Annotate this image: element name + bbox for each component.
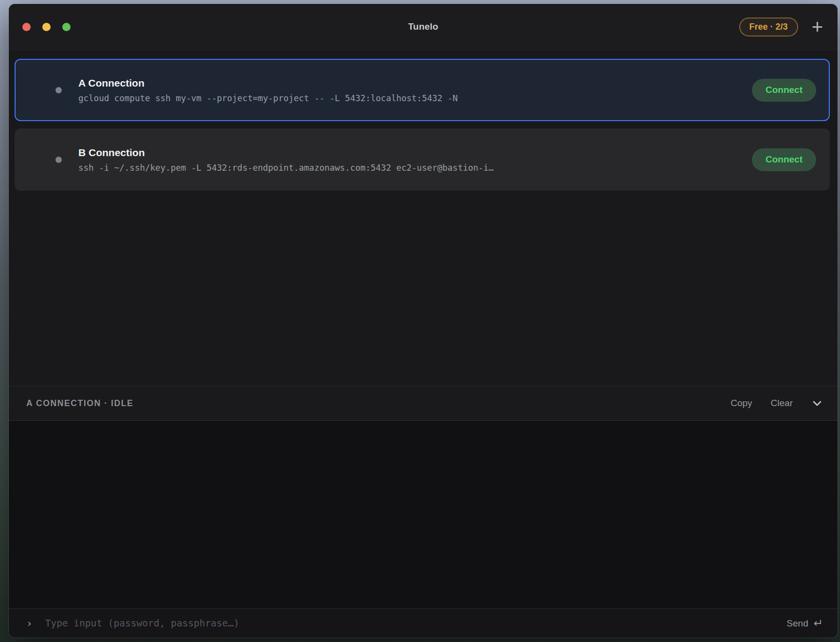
prompt-icon: ›	[26, 618, 33, 629]
titlebar: Tunelo Free · 2/3 +	[9, 4, 838, 50]
status-dot-icon	[55, 157, 62, 163]
status-dot-icon	[55, 87, 62, 93]
return-key-icon: ↵	[814, 618, 823, 629]
log-panel-header: A CONNECTION · IDLE Copy Clear	[9, 386, 838, 421]
zoom-button[interactable]	[62, 23, 71, 31]
connection-name: B Connection	[78, 147, 737, 159]
send-button-label: Send	[786, 618, 808, 629]
list-empty-space	[9, 198, 838, 386]
connection-info: A Connection gcloud compute ssh my-vm --…	[78, 77, 737, 103]
connection-name: A Connection	[78, 77, 737, 89]
plan-badge[interactable]: Free · 2/3	[739, 18, 798, 36]
send-button[interactable]: Send ↵	[786, 618, 823, 629]
connect-button[interactable]: Connect	[752, 79, 816, 102]
close-button[interactable]	[22, 23, 31, 31]
input-bar: › Send ↵	[9, 608, 838, 638]
traffic-lights	[22, 23, 71, 31]
connection-card-b[interactable]: B Connection ssh -i ~/.ssh/key.pem -L 54…	[15, 128, 830, 191]
clear-button[interactable]: Clear	[771, 398, 793, 409]
connection-list: A Connection gcloud compute ssh my-vm --…	[9, 50, 838, 198]
log-output-area[interactable]	[9, 421, 838, 608]
minimize-button[interactable]	[42, 23, 51, 31]
app-window: Tunelo Free · 2/3 + A Connection gcloud …	[9, 4, 838, 638]
app-title: Tunelo	[408, 21, 438, 32]
connection-card-a[interactable]: A Connection gcloud compute ssh my-vm --…	[15, 59, 830, 121]
log-panel-actions: Copy Clear	[730, 397, 823, 409]
add-connection-icon[interactable]: +	[811, 19, 824, 35]
copy-button[interactable]: Copy	[730, 398, 752, 409]
connection-command: gcloud compute ssh my-vm --project=my-pr…	[78, 93, 737, 103]
log-panel-title: A CONNECTION · IDLE	[26, 398, 133, 409]
titlebar-actions: Free · 2/3 +	[739, 18, 824, 36]
terminal-input[interactable]	[45, 618, 774, 629]
chevron-down-icon[interactable]	[811, 397, 823, 409]
connection-info: B Connection ssh -i ~/.ssh/key.pem -L 54…	[78, 147, 737, 173]
connect-button[interactable]: Connect	[752, 148, 816, 171]
connection-command: ssh -i ~/.ssh/key.pem -L 5432:rds-endpoi…	[78, 163, 737, 173]
